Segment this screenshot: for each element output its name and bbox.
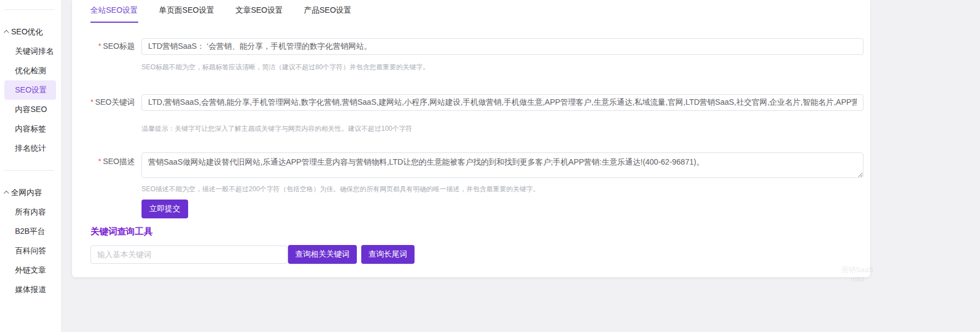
sidebar-item-optimization-check[interactable]: 优化检测	[4, 61, 56, 80]
seo-tabs: 全站SEO设置 单页面SEO设置 文章SEO设置 产品SEO设置	[72, 0, 870, 23]
seo-keywords-label: *SEO关键词	[72, 98, 142, 108]
seo-description-textarea[interactable]: 营销SaaS做网站建设替代旧网站,乐通达APP管理生意内容与营销物料,LTD让您…	[142, 152, 863, 178]
required-asterisk: *	[98, 157, 101, 166]
keyword-query-input[interactable]	[90, 246, 287, 264]
chevron-up-icon	[4, 30, 9, 35]
query-related-keywords-button[interactable]: 查询相关关键词	[288, 245, 357, 264]
chevron-up-icon	[4, 191, 9, 196]
keyword-tool-row: 查询相关关键词 查询长尾词	[90, 245, 870, 264]
seo-title-row: *SEO标题	[72, 38, 863, 55]
keyword-tool-title: 关键词查询工具	[90, 226, 870, 238]
sidebar-group-seo[interactable]: SEO优化	[0, 22, 61, 42]
tab-product-seo[interactable]: 产品SEO设置	[304, 6, 352, 23]
sidebar-divider	[4, 9, 54, 10]
tab-single-page-seo[interactable]: 单页面SEO设置	[159, 6, 215, 23]
required-asterisk: *	[98, 42, 101, 50]
sidebar-item-content-seo[interactable]: 内容SEO	[4, 100, 56, 119]
sidebar-item-seo-settings[interactable]: SEO设置	[4, 80, 56, 100]
seo-settings-panel: 全站SEO设置 单页面SEO设置 文章SEO设置 产品SEO设置 *SEO标题 …	[72, 0, 870, 277]
submit-button[interactable]: 立即提交	[142, 200, 188, 218]
sidebar-group-label: SEO优化	[11, 27, 43, 37]
sidebar-item-content-tags[interactable]: 内容标签	[4, 119, 56, 139]
tab-site-seo[interactable]: 全站SEO设置	[90, 6, 138, 23]
sidebar-item-wiki-qa[interactable]: 百科问答	[4, 241, 56, 261]
sidebar-divider	[4, 170, 54, 171]
sidebar: SEO优化 关键词排名 优化检测 SEO设置 内容SEO 内容标签 排名统计 全…	[0, 0, 62, 332]
sidebar-item-all-content[interactable]: 所有内容	[4, 202, 56, 222]
seo-description-row: *SEO描述 营销SaaS做网站建设替代旧网站,乐通达APP管理生意内容与营销物…	[72, 152, 863, 178]
sidebar-item-b2b-platform[interactable]: B2B平台	[4, 222, 56, 241]
seo-title-label: *SEO标题	[72, 42, 142, 52]
seo-description-hint: SEO描述不能为空，描述一般不超过200个字符（包括空格）为佳。确保您的所有网页…	[142, 185, 870, 194]
seo-title-input[interactable]	[142, 38, 863, 55]
sidebar-group-all-content[interactable]: 全网内容	[0, 183, 61, 202]
required-asterisk: *	[90, 98, 93, 106]
seo-title-hint: SEO标题不能为空，标题标签应该清晰，简洁（建议不超过80个字符）并包含您最重要…	[142, 63, 870, 72]
sidebar-item-media-reports[interactable]: 媒体报道	[4, 280, 56, 299]
sidebar-group-label: 全网内容	[11, 188, 42, 198]
seo-keywords-row: *SEO关键词	[72, 94, 863, 111]
seo-keywords-hint: 温馨提示：关键字可让您深入了解主题或关键字与网页内容的相关性。建议不超过100个…	[142, 124, 870, 134]
sidebar-item-ranking-stats[interactable]: 排名统计	[4, 139, 56, 158]
seo-keywords-input[interactable]	[142, 94, 863, 111]
seo-description-label: *SEO描述	[72, 152, 142, 167]
sidebar-item-backlink-articles[interactable]: 外链文章	[4, 261, 56, 280]
sidebar-item-keyword-ranking[interactable]: 关键词排名	[4, 42, 56, 61]
tab-article-seo[interactable]: 文章SEO设置	[235, 6, 283, 23]
query-longtail-keywords-button[interactable]: 查询长尾词	[361, 245, 415, 264]
